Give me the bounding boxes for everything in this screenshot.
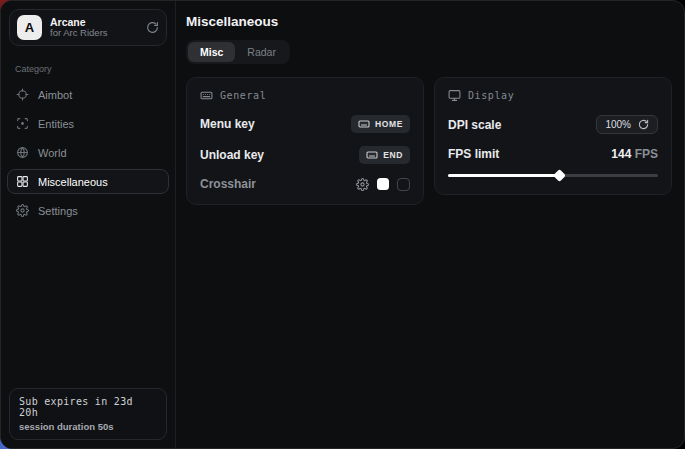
fps-number: 144 [611,147,631,161]
monitor-icon [448,89,461,102]
grid-icon [16,175,29,188]
fps-unit: FPS [635,147,658,161]
gear-icon [16,204,29,217]
dpi-scale-row: DPI scale 100% [448,115,658,134]
fps-limit-value: 144 FPS [611,147,658,161]
app-header-card: A Arcane for Arc Riders [9,9,167,46]
dpi-scale-label: DPI scale [448,118,501,132]
sidebar-item-label: Settings [38,205,78,217]
sidebar-item-entities[interactable]: Entities [7,111,169,136]
sidebar: A Arcane for Arc Riders Category [1,1,176,448]
screen: A Arcane for Arc Riders Category [0,0,685,449]
crosshair-settings-gear-icon[interactable] [356,178,369,191]
sidebar-item-settings[interactable]: Settings [7,198,169,223]
menu-key-row: Menu key HOME [200,115,410,133]
menu-key-label: Menu key [200,117,255,131]
general-card: General Menu key HOME [186,77,424,205]
sidebar-item-label: Aimbot [38,89,72,101]
fps-limit-label: FPS limit [448,147,499,161]
slider-fill [448,174,559,177]
fps-limit-slider[interactable] [448,169,658,181]
category-label: Category [15,64,161,74]
crosshair-label: Crosshair [200,177,256,191]
crosshair-color-swatch[interactable] [377,178,389,190]
app-window: A Arcane for Arc Riders Category [0,0,685,449]
keyboard-icon [200,89,213,102]
sidebar-item-world[interactable]: World [7,140,169,165]
keyboard-icon [366,149,378,161]
general-card-header: General [200,89,410,102]
sync-icon[interactable] [146,21,159,34]
crosshair-row: Crosshair [200,177,410,191]
subscription-status-box: Sub expires in 23d 20h session duration … [9,388,167,440]
menu-key-bind-button[interactable]: HOME [351,115,410,133]
refresh-icon[interactable] [638,119,649,130]
scan-icon [16,117,29,130]
menu-key-value: HOME [375,119,403,129]
crosshair-controls [356,178,410,191]
crosshair-enable-checkbox[interactable] [397,178,410,191]
sidebar-item-aimbot[interactable]: Aimbot [7,82,169,107]
tab-radar[interactable]: Radar [235,42,288,62]
unload-key-label: Unload key [200,148,264,162]
unload-key-bind-button[interactable]: END [359,146,410,164]
app-subtitle: for Arc Riders [50,28,138,39]
sidebar-item-label: World [38,147,67,159]
sidebar-item-label: Entities [38,118,74,130]
display-card-title: Display [468,90,514,101]
slider-thumb[interactable] [553,169,566,182]
unload-key-value: END [383,150,403,160]
sidebar-item-miscellaneous[interactable]: Miscellaneous [7,169,169,194]
crosshair-icon [16,88,29,101]
cards-row: General Menu key HOME [186,77,672,205]
session-duration-text: session duration 50s [19,421,157,432]
sidebar-nav: Aimbot Entities Wo [1,82,175,223]
display-card: Display DPI scale 100% [434,77,672,195]
dpi-scale-control[interactable]: 100% [596,115,658,134]
unload-key-row: Unload key END [200,146,410,164]
tab-misc[interactable]: Misc [188,42,235,62]
sidebar-item-label: Miscellaneous [38,176,108,188]
app-meta: Arcane for Arc Riders [50,16,138,39]
sub-expiry-text: Sub expires in 23d 20h [19,396,157,418]
dpi-scale-value: 100% [605,119,631,130]
display-card-header: Display [448,89,658,102]
main-content: Miscellaneous Misc Radar General [176,1,685,448]
globe-icon [16,146,29,159]
page-title: Miscellaneous [186,14,672,29]
fps-limit-row: FPS limit 144 FPS [448,147,658,161]
general-card-title: General [220,90,266,101]
tab-bar: Misc Radar [186,40,290,64]
keyboard-icon [358,118,370,130]
app-logo: A [17,15,42,40]
